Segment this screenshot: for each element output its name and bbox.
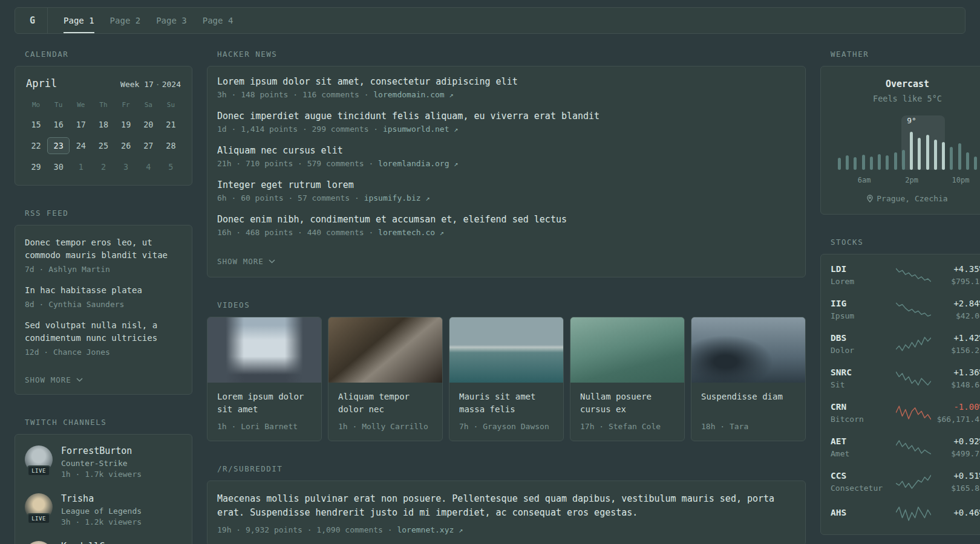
- calendar-day[interactable]: 19: [115, 116, 137, 133]
- tab-page-3[interactable]: Page 3: [156, 8, 187, 33]
- stock-ticker: CCS: [831, 471, 892, 481]
- tab-page-2[interactable]: Page 2: [110, 8, 141, 33]
- calendar-day[interactable]: 18: [92, 116, 114, 133]
- twitch-channel-row[interactable]: LIVE ForrestBurton Counter-Strike 1h · 1…: [25, 445, 182, 479]
- video-title[interactable]: Lorem ipsum dolor sit amet consectetu…: [217, 390, 312, 416]
- hackernews-item-meta: 6h · 60 points · 57 comments · ipsumify.…: [217, 193, 795, 202]
- calendar-day[interactable]: 26: [115, 137, 137, 154]
- video-title[interactable]: Suspendisse diam: [701, 390, 795, 416]
- twitch-channel-row[interactable]: LIVE Trisha League of Legends 3h · 1.2k …: [25, 493, 182, 526]
- channel-info: Trisha League of Legends 3h · 1.2k viewe…: [61, 493, 142, 526]
- video-card[interactable]: Suspendisse diam 18h · Tara: [691, 317, 806, 441]
- calendar-day[interactable]: 21: [160, 116, 182, 133]
- calendar-dow: Tu: [47, 98, 70, 112]
- stock-price: $156.28: [935, 346, 980, 355]
- hackernews-item-domain-link[interactable]: loremdomain.com: [373, 90, 444, 99]
- hackernews-item-title[interactable]: Donec enim nibh, condimentum et accumsan…: [217, 214, 795, 225]
- video-thumbnail[interactable]: [570, 317, 684, 383]
- calendar-day-next-month[interactable]: 1: [70, 158, 92, 175]
- stock-row[interactable]: CRN Bitcorn -1.00% $66,171.48: [831, 402, 980, 424]
- video-meta: 7h · Grayson Dawson: [459, 422, 554, 431]
- subreddit-post-text[interactable]: Maecenas mollis pulvinar erat non posuer…: [217, 492, 795, 520]
- video-card[interactable]: Lorem ipsum dolor sit amet consectetu… 1…: [207, 317, 322, 441]
- calendar-day[interactable]: 24: [70, 137, 92, 154]
- calendar-day[interactable]: 25: [92, 137, 114, 154]
- rss-item-title[interactable]: Sed volutpat nulla nisl, a condimentum n…: [25, 319, 182, 345]
- channel-name[interactable]: ForrestBurton: [61, 445, 142, 456]
- stock-row[interactable]: DBS Dolor +1.42% $156.28: [831, 333, 980, 355]
- channel-name[interactable]: KendallCarr: [61, 541, 121, 544]
- hackernews-show-more-button[interactable]: SHOW MORE: [217, 257, 275, 266]
- live-badge: LIVE: [27, 465, 50, 476]
- calendar-dow: Su: [160, 98, 182, 112]
- rss-card: Donec tempor eros leo, ut commodo mauris…: [15, 225, 192, 395]
- hackernews-item-stats: 21h · 710 points · 579 comments ·: [217, 159, 373, 168]
- calendar-day-next-month[interactable]: 5: [160, 158, 182, 175]
- chevron-down-icon: [269, 259, 275, 264]
- calendar-day[interactable]: 16: [47, 116, 70, 133]
- stock-row[interactable]: SNRC Sit +1.36% $148.64: [831, 368, 980, 389]
- calendar-day[interactable]: 15: [25, 116, 47, 133]
- subreddit-post-domain-link[interactable]: loremnet.xyz: [397, 525, 454, 534]
- video-title[interactable]: Aliquam tempor dolor nec pharetra…: [338, 390, 433, 416]
- hackernews-item-domain-link[interactable]: ipsumify.biz: [364, 193, 421, 202]
- app-logo[interactable]: G: [24, 8, 48, 33]
- stock-info: IIG Ipsum: [831, 299, 892, 320]
- calendar-day[interactable]: 17: [70, 116, 92, 133]
- hackernews-item: Aliquam nec cursus elit 21h · 710 points…: [217, 145, 795, 168]
- hackernews-item-meta: 16h · 468 points · 440 comments · loremt…: [217, 228, 795, 237]
- stock-change: +1.42%: [935, 333, 980, 343]
- hackernews-show-more-label: SHOW MORE: [217, 257, 264, 266]
- hackernews-item-title[interactable]: Donec imperdiet augue tincidunt felis al…: [217, 111, 795, 121]
- calendar-day[interactable]: 22: [25, 137, 47, 154]
- calendar-grid: Mo Tu We Th Fr Sa Su 15 16 17 18 19 20 2…: [25, 98, 182, 175]
- hackernews-item-domain-link[interactable]: loremlandia.org: [378, 159, 449, 168]
- video-thumbnail[interactable]: [328, 317, 442, 383]
- hackernews-item-domain-link[interactable]: loremtech.co: [378, 228, 435, 237]
- stock-row[interactable]: CCS Consectetur +0.51% $165.84: [831, 471, 980, 493]
- videos-row: Lorem ipsum dolor sit amet consectetu… 1…: [207, 317, 806, 441]
- twitch-channel-row[interactable]: KendallCarr: [25, 541, 182, 544]
- stock-name: Consectetur: [831, 484, 892, 493]
- calendar-day[interactable]: 30: [47, 158, 70, 175]
- stock-row[interactable]: LDI Lorem +4.35% $795.18: [831, 264, 980, 286]
- stock-info: SNRC Sit: [831, 368, 892, 389]
- calendar-day-next-month[interactable]: 3: [115, 158, 137, 175]
- rss-item-title[interactable]: Donec tempor eros leo, ut commodo mauris…: [25, 236, 182, 262]
- video-thumbnail[interactable]: [691, 317, 805, 383]
- calendar-day[interactable]: 20: [137, 116, 160, 133]
- calendar-day[interactable]: 29: [25, 158, 47, 175]
- channel-name[interactable]: Trisha: [61, 493, 142, 504]
- hackernews-item-domain-link[interactable]: ipsumworld.net: [383, 125, 449, 134]
- calendar-day-selected[interactable]: 23: [47, 137, 70, 154]
- weather-title: WEATHER: [831, 50, 980, 59]
- hackernews-item-title[interactable]: Integer eget rutrum lorem: [217, 180, 795, 190]
- video-thumbnail[interactable]: [449, 317, 563, 383]
- video-thumbnail[interactable]: [207, 317, 321, 383]
- video-title[interactable]: Nullam posuere cursus ex: [580, 390, 675, 416]
- stock-info: AHS: [831, 508, 892, 520]
- rss-show-more-button[interactable]: SHOW MORE: [25, 375, 83, 384]
- stock-row[interactable]: AHS +0.46%: [831, 505, 980, 522]
- video-card[interactable]: Nullam posuere cursus ex 17h · Stefan Co…: [570, 317, 685, 441]
- video-card[interactable]: Mauris sit amet massa felis 7h · Grayson…: [449, 317, 564, 441]
- hackernews-item-title[interactable]: Aliquam nec cursus elit: [217, 145, 795, 156]
- stock-row[interactable]: AET Amet +0.92% $499.72: [831, 436, 980, 458]
- calendar-widget: CALENDAR April Week 17·2024 Mo Tu We Th …: [15, 50, 192, 186]
- stock-ticker: SNRC: [831, 368, 892, 377]
- weather-location-label: Prague, Czechia: [877, 194, 947, 203]
- calendar-day[interactable]: 28: [160, 137, 182, 154]
- calendar-day-next-month[interactable]: 2: [92, 158, 114, 175]
- hackernews-item-stats: 6h · 60 points · 57 comments ·: [217, 193, 359, 202]
- video-card[interactable]: Aliquam tempor dolor nec pharetra… 1h · …: [328, 317, 443, 441]
- rss-item-title[interactable]: In hac habitasse platea: [25, 284, 182, 297]
- stock-name: Ipsum: [831, 311, 892, 320]
- video-title[interactable]: Mauris sit amet massa felis: [459, 390, 554, 416]
- calendar-day-next-month[interactable]: 4: [137, 158, 160, 175]
- calendar-day[interactable]: 27: [137, 137, 160, 154]
- tab-page-4[interactable]: Page 4: [203, 8, 234, 33]
- hackernews-item-title[interactable]: Lorem ipsum dolor sit amet, consectetur …: [217, 76, 795, 87]
- stock-row[interactable]: IIG Ipsum +2.84% $42.04: [831, 299, 980, 320]
- stock-ticker: AET: [831, 436, 892, 446]
- tab-page-1[interactable]: Page 1: [64, 8, 94, 33]
